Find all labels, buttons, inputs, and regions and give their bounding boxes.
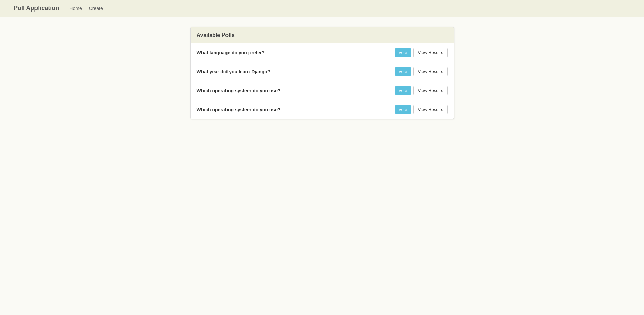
vote-button[interactable]: Vote	[395, 86, 411, 95]
section-title: Available Polls	[197, 32, 448, 38]
navbar-nav: HomeCreate	[69, 6, 103, 11]
vote-button[interactable]: Vote	[395, 105, 411, 114]
poll-actions: VoteView Results	[395, 86, 448, 95]
view-results-button[interactable]: View Results	[413, 48, 448, 57]
view-results-button[interactable]: View Results	[413, 105, 448, 114]
poll-row: Which operating system do you use?VoteVi…	[191, 100, 454, 119]
view-results-button[interactable]: View Results	[413, 67, 448, 76]
navbar-link-home[interactable]: Home	[69, 6, 82, 11]
poll-question: What year did you learn Django?	[197, 69, 270, 74]
main-content: Available Polls What language do you pre…	[0, 17, 644, 315]
poll-question: Which operating system do you use?	[197, 88, 281, 93]
navbar-link-create[interactable]: Create	[89, 6, 103, 11]
vote-button[interactable]: Vote	[395, 67, 411, 76]
poll-actions: VoteView Results	[395, 105, 448, 114]
polls-list: What language do you prefer?VoteView Res…	[191, 43, 454, 119]
poll-row: Which operating system do you use?VoteVi…	[191, 81, 454, 100]
navbar-brand[interactable]: Poll Application	[14, 5, 59, 12]
polls-container: Available Polls What language do you pre…	[190, 27, 454, 119]
poll-question: Which operating system do you use?	[197, 107, 281, 112]
poll-actions: VoteView Results	[395, 48, 448, 57]
poll-row: What year did you learn Django?VoteView …	[191, 62, 454, 81]
polls-header: Available Polls	[191, 27, 454, 43]
view-results-button[interactable]: View Results	[413, 86, 448, 95]
vote-button[interactable]: Vote	[395, 48, 411, 57]
poll-question: What language do you prefer?	[197, 50, 265, 55]
poll-actions: VoteView Results	[395, 67, 448, 76]
navbar: Poll Application HomeCreate	[0, 0, 644, 17]
poll-row: What language do you prefer?VoteView Res…	[191, 43, 454, 62]
